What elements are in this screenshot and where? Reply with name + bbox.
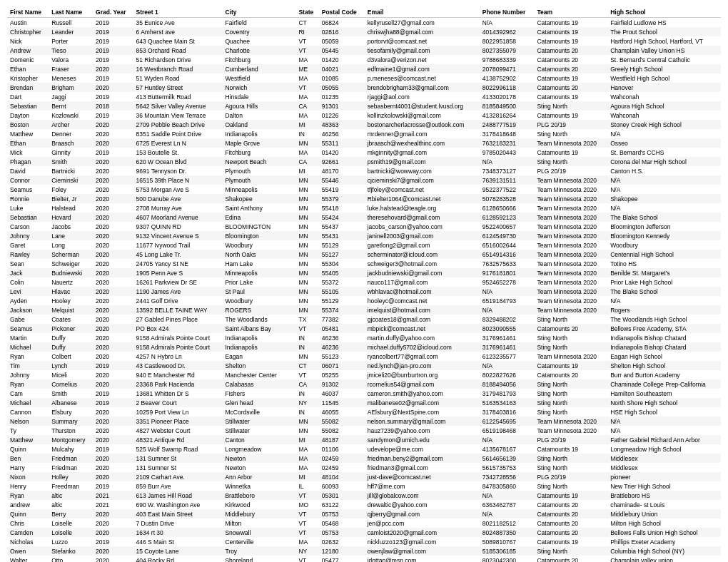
table-cell: Stillwater — [222, 426, 295, 435]
table-row: ColinNauertz202016261 Parkview Dr SEPrio… — [7, 277, 721, 287]
table-row: DomenicValora201951 Richardson DriveFitc… — [7, 55, 721, 64]
table-cell: qjberry@gmail.com — [365, 509, 480, 518]
table-cell: Team Minnesota 2020 — [534, 185, 607, 194]
table-cell: 91302 — [319, 379, 365, 389]
table-cell: 2019 — [93, 27, 133, 36]
table-cell: MI — [295, 120, 318, 129]
table-cell: Hamilton Southeastern — [607, 389, 721, 398]
table-cell: Hinsdale — [222, 92, 295, 101]
table-cell: 2020 — [93, 222, 133, 231]
table-cell: 643 Quachee Main St — [133, 36, 223, 46]
table-cell: 55424 — [319, 213, 365, 222]
table-cell: Ryan — [7, 491, 49, 500]
table-cell: 8185849500 — [480, 101, 535, 111]
table-cell: 55379 — [319, 194, 365, 203]
table-row: MichaelDuffy20209158 Admirals Pointe Cou… — [7, 342, 721, 352]
table-cell: MN — [295, 222, 318, 231]
table-cell: MN — [295, 175, 318, 185]
table-cell: Friedman — [49, 454, 93, 463]
table-cell: VT — [295, 36, 318, 46]
table-cell: Greely High School — [607, 64, 721, 73]
table-cell: 4607 Moorland Avenue — [133, 213, 223, 222]
table-cell: N/A — [607, 417, 721, 426]
table-cell: Catamounts 19 — [534, 36, 607, 46]
table-cell: IN — [295, 333, 318, 342]
table-cell: Team Minnesota 2020 — [534, 352, 607, 361]
table-cell: cjcieminski7@gmail.com — [365, 175, 480, 185]
table-cell: 8024887350 — [480, 528, 535, 537]
table-cell: malibanese02@gmail.com — [365, 398, 480, 407]
table-cell: Foley — [49, 185, 93, 194]
table-cell: 1905 Penn Ave S — [133, 268, 223, 277]
table-cell: Team Minnesota 2020 — [534, 213, 607, 222]
table-cell: 55082 — [319, 417, 365, 426]
table-cell: Kirkwood — [222, 500, 295, 509]
table-cell: 55446 — [319, 175, 365, 185]
table-cell: imelquist@hotmail.com — [365, 305, 480, 315]
table-cell: Catamounts 20 — [534, 500, 607, 509]
table-cell: 403 East Main Street — [133, 509, 223, 518]
table-cell: Fairfield — [222, 18, 295, 28]
table-cell: N/A — [607, 185, 721, 194]
table-cell: 05301 — [319, 491, 365, 500]
table-cell: New Trier High School — [607, 481, 721, 491]
table-cell: rjaggi@aol.com — [365, 92, 480, 101]
table-cell: VT — [295, 46, 318, 55]
table-cell: Johnny — [7, 370, 49, 379]
table-cell: Sting North — [534, 398, 607, 407]
table-cell: 7632575633 — [480, 259, 535, 268]
table-cell: Quachee — [222, 36, 295, 46]
table-cell: Sting North — [534, 315, 607, 324]
table-cell: tiesofamily@gmail.com — [365, 46, 480, 55]
table-cell: 7348373127 — [480, 166, 535, 175]
table-cell: Sting North — [534, 546, 607, 556]
table-cell: 853 Orchard Road — [133, 46, 223, 55]
table-cell: altic — [49, 491, 93, 500]
table-cell: Henry — [7, 481, 49, 491]
table-cell: 8023090555 — [480, 324, 535, 333]
table-row: PhaganSmith2020620 W Ocean BlvdNewport B… — [7, 157, 721, 166]
table-cell: Bloomington — [222, 231, 295, 240]
table-cell: ned.lynch@jan-pro.com — [365, 361, 480, 370]
table-cell: 2020 — [93, 240, 133, 250]
table-cell: Bloomington Jefferson — [607, 222, 721, 231]
table-cell: jen@pcc.com — [365, 518, 480, 528]
table-cell: 2019 — [93, 444, 133, 454]
table-cell: jmiceli20@burrburtron.org — [365, 370, 480, 379]
table-row: SeamusPickoner2020PO Box 424Saint Albans… — [7, 324, 721, 333]
table-cell: 2020 — [93, 407, 133, 417]
table-cell: PLG 20/19 — [534, 472, 607, 481]
table-row: TyThurston20204827 Webster CourtStillwat… — [7, 426, 721, 435]
table-cell: Wahconah — [607, 111, 721, 120]
table-cell: Columbia High School (NY) — [607, 546, 721, 556]
table-cell: 2020 — [93, 435, 133, 444]
table-cell: Ginnity — [49, 148, 93, 157]
table-cell: Fraser — [49, 64, 93, 73]
table-cell: 12180 — [319, 546, 365, 556]
table-cell: Friedman — [49, 463, 93, 472]
table-cell: Westfield — [222, 73, 295, 83]
table-cell: kollinzkolowski@gmail.com — [365, 111, 480, 120]
table-cell: Kristopher — [7, 73, 49, 83]
table-cell: Canton — [222, 435, 295, 444]
table-cell: 1190 James Ave — [133, 287, 223, 296]
table-cell: p.meneses@comcast.net — [365, 73, 480, 83]
table-cell: 4827 Webster Court — [133, 426, 223, 435]
table-cell: Minneapolis — [222, 268, 295, 277]
table-cell: MA — [295, 537, 318, 546]
table-cell: 05481 — [319, 324, 365, 333]
table-cell: Totino HS — [607, 259, 721, 268]
table-cell: 7639131511 — [480, 175, 535, 185]
table-cell: 13681 Whitten Dr S — [133, 389, 223, 398]
table-cell: Newton — [222, 463, 295, 472]
table-cell: 46236 — [319, 342, 365, 352]
table-cell: Westfield High School — [607, 73, 721, 83]
table-cell: 46256 — [319, 129, 365, 138]
table-cell: Sting North — [534, 389, 607, 398]
table-cell: CA — [295, 157, 318, 166]
table-row: DaytonKozlowski201936 Mountain View Terr… — [7, 111, 721, 120]
table-cell: 3178403816 — [480, 407, 535, 417]
table-cell: 7 Dustin Drive — [133, 518, 223, 528]
table-cell: Otto — [49, 556, 93, 562]
table-cell: 05059 — [319, 36, 365, 46]
